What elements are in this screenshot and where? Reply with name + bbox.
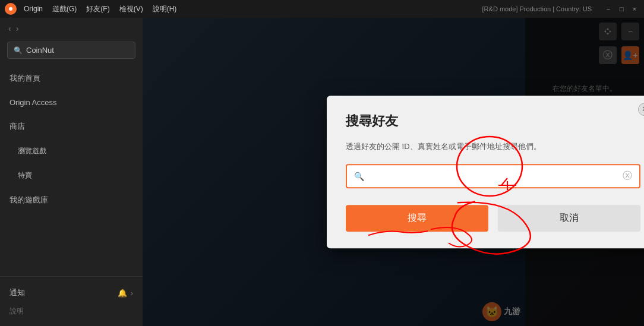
sidebar-item-browse[interactable]: 瀏覽遊戲 xyxy=(0,139,143,163)
window-controls: − □ × xyxy=(604,4,639,14)
sidebar-item-library[interactable]: 我的遊戲庫 xyxy=(0,188,143,213)
search-input[interactable] xyxy=(26,46,129,55)
menu-games[interactable]: 遊戲(G) xyxy=(52,4,77,14)
menu-friends[interactable]: 好友(F) xyxy=(86,4,109,14)
search-button[interactable]: 搜尋 xyxy=(346,205,488,232)
sidebar-item-home[interactable]: 我的首頁 xyxy=(0,66,143,91)
title-bar: Origin 遊戲(G) 好友(F) 檢視(V) 說明(H) [R&D mode… xyxy=(0,0,644,18)
sidebar-item-origin-access[interactable]: Origin Access xyxy=(0,91,143,114)
title-bar-menu: Origin 遊戲(G) 好友(F) 檢視(V) 說明(H) xyxy=(24,4,176,14)
menu-origin[interactable]: Origin xyxy=(24,5,43,13)
cancel-button[interactable]: 取消 xyxy=(498,205,640,232)
sidebar: ‹ › 🔍 我的首頁 Origin Access 商店 瀏覽遊戲 特賣 xyxy=(0,18,143,326)
menu-view[interactable]: 檢視(V) xyxy=(119,4,143,14)
dialog-search-row[interactable]: 🔍 ⓧ xyxy=(346,164,640,188)
app-body: ‹ › 🔍 我的首頁 Origin Access 商店 瀏覽遊戲 特賣 xyxy=(0,18,644,326)
dialog-search-input[interactable] xyxy=(369,172,618,181)
forward-arrow[interactable]: › xyxy=(16,24,19,33)
sidebar-search[interactable]: 🔍 xyxy=(7,42,135,59)
notification-item[interactable]: 通知 🔔 › xyxy=(10,283,133,303)
dialog-buttons: 搜尋 取消 xyxy=(346,205,640,232)
sidebar-explain-item[interactable]: 說明 xyxy=(10,303,133,320)
dialog-title: 搜尋好友 xyxy=(346,112,640,130)
bell-icon: 🔔 xyxy=(118,289,127,297)
sidebar-item-deals[interactable]: 特賣 xyxy=(0,163,143,188)
sidebar-nav-arrows: ‹ › xyxy=(0,18,143,39)
main-content: − ⓧ 👤+ 在您的好友名單中。 您可以 kerbianin 🐱 九游 xyxy=(143,18,644,326)
maximize-button[interactable]: □ xyxy=(617,4,626,14)
dialog-search-clear-icon[interactable]: ⓧ xyxy=(623,170,632,182)
svg-point-1 xyxy=(9,7,12,11)
close-icon: ✕ xyxy=(642,105,645,113)
rd-mode-info: [R&D mode] Production | Country: US xyxy=(482,5,592,12)
title-bar-left: Origin 遊戲(G) 好友(F) 檢視(V) 說明(H) xyxy=(5,3,176,15)
dialog-search-icon: 🔍 xyxy=(354,172,364,181)
close-button[interactable]: × xyxy=(630,4,639,14)
sidebar-bottom: 通知 🔔 › 說明 xyxy=(0,276,143,326)
notification-right: 🔔 › xyxy=(118,289,133,297)
search-icon: 🔍 xyxy=(14,46,23,55)
sidebar-menu: 我的首頁 Origin Access 商店 瀏覽遊戲 特賣 我的遊戲庫 xyxy=(0,66,143,276)
minimize-button[interactable]: − xyxy=(604,4,613,14)
title-bar-right: [R&D mode] Production | Country: US − □ … xyxy=(482,4,639,14)
sidebar-item-store[interactable]: 商店 xyxy=(0,114,143,139)
menu-help[interactable]: 說明(H) xyxy=(153,4,177,14)
back-arrow[interactable]: ‹ xyxy=(8,24,11,33)
notification-label: 通知 xyxy=(10,287,25,298)
origin-logo xyxy=(5,3,17,15)
search-friend-dialog: ✕ 搜尋好友 透過好友的公開 ID、真實姓名或電子郵件地址搜尋他們。 🔍 ⓧ 搜… xyxy=(327,96,644,249)
chevron-right-icon: › xyxy=(131,289,133,297)
dialog-description: 透過好友的公開 ID、真實姓名或電子郵件地址搜尋他們。 xyxy=(346,141,640,153)
